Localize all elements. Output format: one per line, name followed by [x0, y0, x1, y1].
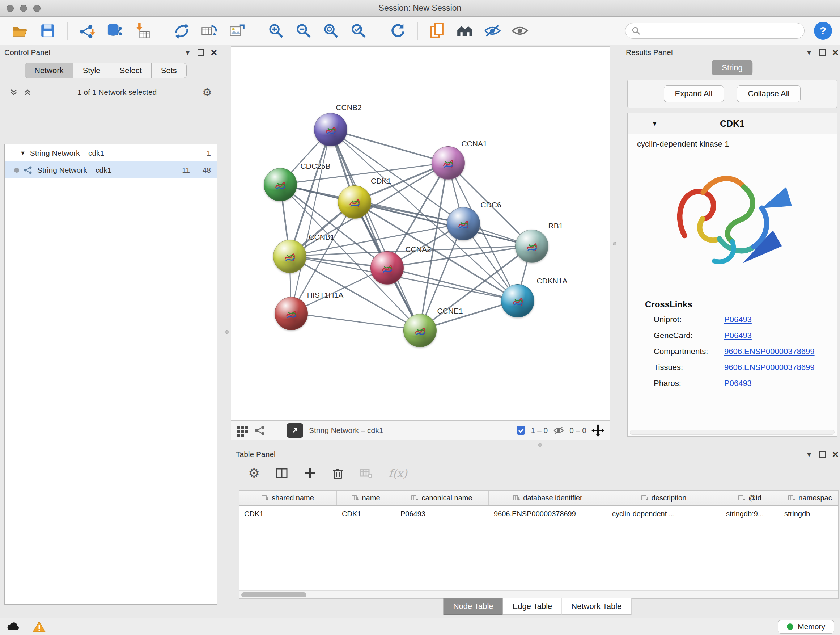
- table-cell[interactable]: stringdb:9...: [721, 510, 779, 518]
- disclosure-triangle-icon[interactable]: ▼: [20, 150, 26, 157]
- zoom-in-button[interactable]: [264, 19, 288, 42]
- maximize-panel-icon[interactable]: [197, 49, 204, 56]
- minimize-window-button[interactable]: [20, 5, 27, 12]
- close-window-button[interactable]: [6, 5, 14, 12]
- table-cell[interactable]: P06493: [395, 510, 489, 518]
- add-column-icon[interactable]: [304, 467, 316, 479]
- warning-icon[interactable]: [33, 621, 46, 632]
- open-in-new-window-button[interactable]: [286, 423, 303, 438]
- table-cell[interactable]: CDK1: [337, 510, 395, 518]
- network-node-cdkn1a[interactable]: [501, 284, 534, 318]
- network-edge[interactable]: [291, 130, 331, 313]
- maximize-panel-icon[interactable]: [819, 49, 826, 56]
- import-table-button[interactable]: [130, 19, 155, 42]
- home-button[interactable]: [453, 19, 477, 42]
- network-node-ccnb2[interactable]: [314, 113, 347, 146]
- tab-network[interactable]: Network: [25, 63, 73, 78]
- refresh-button[interactable]: [386, 19, 410, 42]
- network-from-table-button[interactable]: [197, 19, 221, 42]
- pharos-link[interactable]: P06493: [724, 379, 752, 388]
- zoom-window-button[interactable]: [33, 5, 41, 12]
- tab-style[interactable]: Style: [73, 63, 111, 78]
- share-network-button[interactable]: [169, 19, 194, 42]
- tab-network-table[interactable]: Network Table: [561, 598, 631, 615]
- memory-button[interactable]: Memory: [778, 620, 834, 633]
- tissues-link[interactable]: 9606.ENSP00000378699: [724, 363, 815, 372]
- float-panel-icon[interactable]: ▼: [806, 451, 813, 458]
- zoom-fit-button[interactable]: [319, 19, 343, 42]
- splitter-handle[interactable]: [225, 330, 229, 334]
- splitter-handle[interactable]: [613, 242, 616, 245]
- show-columns-icon[interactable]: [276, 467, 288, 479]
- uniprot-link[interactable]: P06493: [724, 315, 752, 325]
- table-cell[interactable]: 9606.ENSP00000378699: [489, 510, 607, 518]
- table-cell[interactable]: stringdb: [779, 510, 838, 518]
- delete-column-trash-icon[interactable]: [332, 467, 344, 479]
- export-image-button[interactable]: [224, 19, 249, 42]
- network-node-ccne1[interactable]: [403, 314, 437, 347]
- string-results-tab[interactable]: String: [712, 60, 752, 75]
- table-hscrollbar[interactable]: [239, 591, 838, 599]
- search-box[interactable]: [625, 23, 805, 39]
- network-node-rb1[interactable]: [515, 230, 548, 263]
- node-table[interactable]: shared namenamecanonical namedatabase id…: [239, 490, 838, 599]
- column-header-shared-name[interactable]: shared name: [239, 491, 337, 505]
- copy-document-button[interactable]: [425, 19, 450, 42]
- scrollbar-thumb[interactable]: [241, 592, 306, 597]
- network-node-cdk1[interactable]: [338, 185, 371, 219]
- import-network-database-button[interactable]: [103, 19, 127, 42]
- open-session-button[interactable]: [8, 19, 33, 42]
- table-cell[interactable]: CDK1: [239, 510, 337, 518]
- network-edge[interactable]: [291, 313, 420, 330]
- help-button[interactable]: ?: [814, 22, 832, 40]
- network-node-hist1h1a[interactable]: [275, 297, 308, 330]
- tab-select[interactable]: Select: [110, 63, 152, 78]
- column-header-@id[interactable]: @id: [721, 491, 779, 505]
- table-cell[interactable]: cyclin-dependent ...: [607, 510, 721, 518]
- hidden-eye-icon[interactable]: [553, 425, 564, 435]
- birdseye-grid-icon[interactable]: [236, 424, 248, 437]
- network-options-gear-icon[interactable]: ⚙: [202, 87, 212, 98]
- compartments-link[interactable]: 9606.ENSP00000378699: [724, 347, 815, 356]
- tab-edge-table[interactable]: Edge Table: [503, 598, 562, 615]
- cloud-icon[interactable]: [6, 621, 22, 632]
- float-panel-icon[interactable]: ▼: [184, 49, 191, 56]
- zoom-selected-button[interactable]: [346, 19, 371, 42]
- tab-sets[interactable]: Sets: [151, 63, 187, 78]
- network-node-ccna2[interactable]: [370, 251, 404, 285]
- table-options-gear-icon[interactable]: ⚙: [248, 467, 260, 480]
- selected-checkbox-icon[interactable]: [516, 425, 526, 435]
- column-header-database-identifier[interactable]: database identifier: [489, 491, 607, 505]
- save-session-button[interactable]: [35, 19, 60, 42]
- maximize-panel-icon[interactable]: [819, 451, 826, 458]
- splitter-handle[interactable]: [538, 443, 542, 447]
- column-header-description[interactable]: description: [607, 491, 721, 505]
- results-scrollbar[interactable]: [630, 430, 835, 435]
- collapse-all-networks-icon[interactable]: [23, 88, 32, 97]
- show-all-button[interactable]: [508, 19, 532, 42]
- fit-crosshair-icon[interactable]: [592, 424, 605, 437]
- network-node-cdc6[interactable]: [447, 207, 480, 241]
- network-edge[interactable]: [330, 130, 420, 330]
- section-disclosure-triangle-icon[interactable]: ▼: [652, 120, 658, 127]
- share-network-small-icon[interactable]: [254, 424, 266, 436]
- float-panel-icon[interactable]: ▼: [806, 49, 813, 56]
- network-collection-row[interactable]: ▼ String Network – cdk1 1: [5, 144, 217, 162]
- close-panel-icon[interactable]: ×: [210, 47, 217, 58]
- expand-all-button[interactable]: Expand All: [664, 86, 724, 102]
- column-header-namespac[interactable]: namespac: [779, 491, 838, 505]
- network-row-selected[interactable]: String Network – cdk1 11 48: [5, 162, 217, 179]
- network-node-cdc25b[interactable]: [264, 168, 297, 201]
- tab-node-table[interactable]: Node Table: [444, 598, 503, 615]
- column-header-canonical-name[interactable]: canonical name: [395, 491, 489, 505]
- network-canvas[interactable]: CCNB2CCNA1CDC25BCDK1CDC6RB1CCNB1CCNA2CDK…: [231, 46, 610, 421]
- search-input[interactable]: [644, 27, 798, 35]
- zoom-out-button[interactable]: [291, 19, 316, 42]
- expand-all-networks-icon[interactable]: [9, 88, 18, 97]
- network-node-ccna1[interactable]: [431, 146, 465, 180]
- table-row[interactable]: CDK1CDK1P064939606.ENSP00000378699cyclin…: [239, 506, 838, 522]
- network-node-ccnb1[interactable]: [273, 240, 306, 273]
- genecard-link[interactable]: P06493: [724, 331, 752, 340]
- close-panel-icon[interactable]: ×: [832, 47, 838, 58]
- close-panel-icon[interactable]: ×: [832, 449, 838, 460]
